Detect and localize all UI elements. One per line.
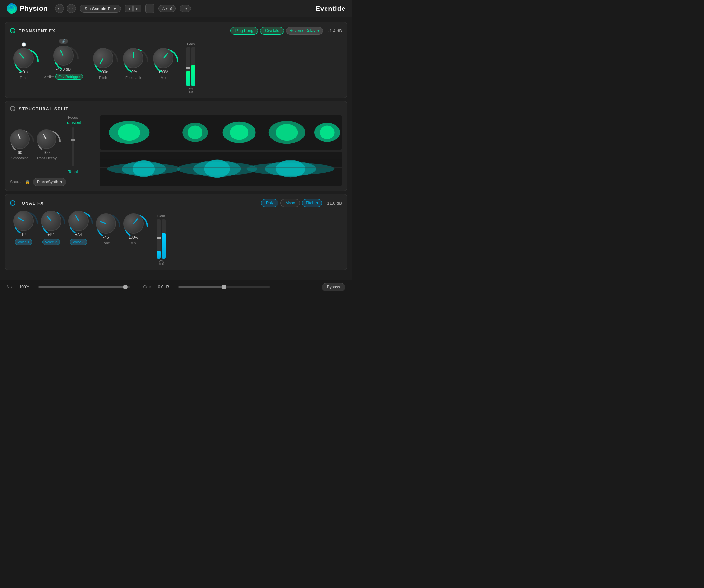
ab-a-button[interactable]: A bbox=[162, 6, 165, 11]
focus-slider-track[interactable] bbox=[72, 127, 74, 166]
voice2-value: +P4 bbox=[47, 232, 55, 237]
tonal-knobs-container: -P4 Voice 1 +P4 Voice 2 bbox=[10, 211, 342, 265]
preset-selector[interactable]: Slo Sample-Fi ▾ bbox=[80, 5, 121, 13]
trans-decay-indicator bbox=[43, 134, 47, 140]
mix-tonal-wrapper[interactable] bbox=[123, 213, 143, 234]
ab-play-button[interactable]: ▶ bbox=[166, 7, 168, 10]
voice3-knob[interactable] bbox=[68, 211, 89, 231]
prev-preset-button[interactable]: ◀ bbox=[125, 5, 133, 12]
voice2-wrapper[interactable] bbox=[41, 211, 61, 231]
tonal-knobs-row: -P4 Voice 1 +P4 Voice 2 bbox=[10, 211, 147, 245]
focus-slider-thumb[interactable] bbox=[71, 139, 75, 142]
structural-power[interactable]: ⏻ bbox=[10, 106, 15, 111]
retrigger-mini-slider[interactable] bbox=[47, 76, 54, 77]
pitch-knob-indicator bbox=[100, 58, 104, 64]
transient-fx-power[interactable]: ⏻ bbox=[10, 28, 15, 34]
voice3-wrapper[interactable] bbox=[68, 211, 89, 231]
info-button[interactable]: i ▾ bbox=[180, 5, 191, 12]
voice3-knob-group: +A4 Voice 3 bbox=[68, 211, 89, 245]
tonal-meter-left-fill bbox=[157, 251, 161, 259]
tonal-gain-label: Gain bbox=[157, 214, 165, 218]
pitch-dropdown-label: Pitch bbox=[305, 201, 314, 205]
env-retrigger-badge[interactable]: Env Retrigger bbox=[55, 74, 83, 79]
smoothing-knob[interactable] bbox=[10, 129, 30, 149]
pitch-knob[interactable] bbox=[93, 48, 113, 68]
ab-b-button[interactable]: B bbox=[169, 6, 172, 11]
next-preset-button[interactable]: ▶ bbox=[133, 5, 141, 12]
download-button[interactable]: ⬇ bbox=[145, 4, 155, 13]
headphone-icon-transient[interactable]: 🎧 bbox=[188, 88, 194, 93]
crystals-button[interactable]: Crystals bbox=[260, 27, 284, 35]
ab-group: A ▶ B bbox=[158, 5, 176, 12]
smoothing-wrapper[interactable] bbox=[10, 129, 30, 149]
time-knob-wrapper[interactable] bbox=[13, 48, 34, 68]
mix-knob-transient[interactable] bbox=[153, 48, 173, 68]
voice2-knob[interactable] bbox=[41, 211, 61, 231]
voice1-value: -P4 bbox=[20, 232, 27, 237]
smoothing-knob-group: 60 Smoothing bbox=[10, 129, 30, 160]
mix-value-transient: 100% bbox=[158, 70, 169, 74]
feedback-knob[interactable] bbox=[123, 48, 143, 68]
time-value: 4.0 s bbox=[19, 70, 28, 74]
voice3-badge[interactable]: Voice 3 bbox=[70, 239, 87, 245]
redo-button[interactable]: ↪ bbox=[67, 4, 76, 13]
waveform-tonal bbox=[100, 152, 342, 186]
lock-icon[interactable]: 🔒 bbox=[25, 180, 30, 184]
feedback-label: Feedback bbox=[125, 75, 141, 79]
bypass-button[interactable]: Bypass bbox=[321, 283, 345, 291]
mix-wrapper-transient[interactable] bbox=[153, 48, 173, 68]
mono-button[interactable]: Mono bbox=[280, 199, 300, 207]
poly-button[interactable]: Poly bbox=[261, 199, 278, 207]
voice3-value: +A4 bbox=[75, 232, 82, 237]
waveform-tonal-svg bbox=[100, 152, 342, 186]
bottom-mix-fill bbox=[38, 286, 125, 288]
pitch-dropdown[interactable]: Pitch ▾ bbox=[302, 199, 322, 207]
waveform-transient bbox=[100, 115, 342, 150]
tone-knob[interactable] bbox=[96, 213, 116, 234]
trans-decay-wrapper[interactable] bbox=[37, 129, 56, 149]
env-retrigger-wrapper[interactable] bbox=[53, 46, 74, 66]
tone-value: -46 bbox=[103, 235, 109, 239]
waveform-transient-svg bbox=[100, 115, 342, 150]
bottom-mix-thumb[interactable] bbox=[123, 285, 128, 289]
svg-point-25 bbox=[320, 126, 335, 140]
bottom-gain-thumb[interactable] bbox=[222, 285, 226, 289]
mix-tonal-indicator bbox=[133, 218, 138, 224]
structural-left: 60 Smoothing bbox=[10, 115, 95, 186]
header-controls: ↩ ↪ bbox=[55, 4, 76, 13]
tone-wrapper[interactable] bbox=[96, 213, 116, 234]
gain-slider-left[interactable] bbox=[186, 67, 190, 69]
transient-fx-buttons: Ping Pong Crystals Reverse Delay ▾ -1.4 … bbox=[230, 27, 342, 35]
gain-meter-tracks bbox=[186, 47, 195, 87]
svg-point-23 bbox=[276, 124, 298, 141]
mix-tonal-label: Mix bbox=[130, 241, 136, 245]
trans-decay-knob[interactable] bbox=[37, 129, 56, 149]
voice1-knob[interactable] bbox=[13, 211, 34, 231]
tone-knob-group: -46 Tone bbox=[96, 213, 116, 245]
voice1-wrapper[interactable] bbox=[13, 211, 34, 231]
focus-area: Focus Transient Tonal bbox=[63, 115, 83, 174]
ping-pong-button[interactable]: Ping Pong bbox=[230, 27, 258, 35]
voice1-badge[interactable]: Voice 1 bbox=[15, 239, 33, 245]
voice2-badge[interactable]: Voice 2 bbox=[42, 239, 60, 245]
pitch-wrapper[interactable] bbox=[93, 48, 113, 68]
undo-button[interactable]: ↩ bbox=[55, 4, 64, 13]
tonal-slider-left[interactable] bbox=[157, 237, 161, 239]
headphone-icon-tonal[interactable]: 🎧 bbox=[158, 260, 164, 265]
mix-tonal-knob[interactable] bbox=[123, 213, 143, 234]
structural-header: ⏻ STRUCTURAL SPLIT bbox=[10, 106, 342, 111]
reverse-delay-dropdown[interactable]: Reverse Delay ▾ bbox=[286, 27, 323, 35]
logo-icon bbox=[7, 3, 17, 14]
feedback-wrapper[interactable] bbox=[123, 48, 143, 68]
svg-point-17 bbox=[118, 124, 140, 141]
eventide-brand: Eventide bbox=[316, 5, 345, 12]
time-knob[interactable] bbox=[13, 48, 34, 68]
bottom-gain-value: 0.0 dB bbox=[158, 285, 169, 289]
transient-gain-meter: Gain 🎧 bbox=[186, 39, 195, 93]
feedback-knob-indicator bbox=[133, 52, 134, 58]
env-retrigger-knob[interactable] bbox=[53, 46, 74, 66]
bottom-mix-slider[interactable] bbox=[38, 286, 130, 288]
source-dropdown[interactable]: Piano/Synth ▾ bbox=[33, 178, 66, 186]
tonal-fx-power[interactable]: ⏻ bbox=[10, 200, 15, 206]
bottom-gain-slider[interactable] bbox=[178, 286, 270, 288]
